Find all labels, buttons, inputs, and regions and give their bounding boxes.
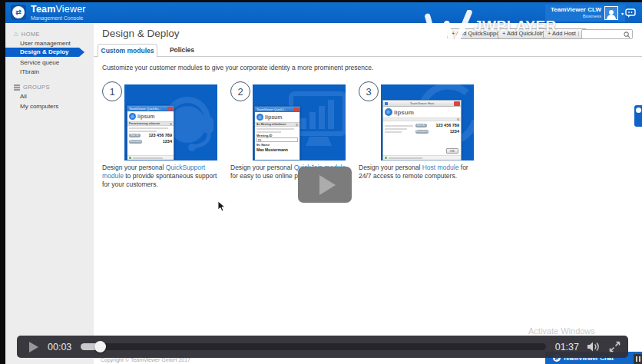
ok-button: OK	[446, 148, 458, 154]
current-time: 00:03	[48, 342, 71, 352]
gear-icon	[296, 124, 298, 126]
avatar[interactable]	[604, 6, 618, 20]
ready-status-icon	[129, 157, 131, 159]
host-caption: Design your personal Host module for 24/…	[359, 164, 478, 180]
tab-custom-modules[interactable]: Custom modules	[98, 44, 157, 57]
lipsum-logo-icon	[256, 114, 263, 121]
lipsum-logo: lipsum	[127, 111, 174, 121]
intro-text: Customize your customer modules to give …	[102, 64, 373, 71]
caption-text: Design your personal	[102, 164, 166, 171]
password-label: Kennwort	[129, 140, 142, 144]
host-module-link[interactable]: Host module	[422, 164, 459, 171]
gear-icon	[457, 118, 459, 121]
ready-status-icon	[385, 157, 387, 159]
player-control-bar: 00:03 01:37	[17, 336, 628, 358]
duration: 01:37	[555, 342, 579, 352]
mini-window-section: An Meeting teilnehmen	[255, 122, 299, 127]
placeholder-text-line	[256, 128, 294, 130]
placeholder-text-line	[129, 127, 168, 129]
search-box	[581, 29, 633, 39]
pause-icon-fragment	[634, 354, 642, 364]
lipsum-logo-icon	[385, 108, 392, 116]
quickjoin-mini-window: TeamViewer QuickJ... lipsum An Meeting t…	[254, 106, 300, 160]
video-letterbox-top	[0, 0, 642, 2]
teamviewer-logo-icon: ⇄	[11, 5, 26, 20]
lipsum-logo-text: lipsum	[137, 114, 155, 119]
id-label: Ihre ID	[129, 134, 141, 137]
home-icon: ⌂	[14, 31, 18, 38]
sidebar-item-my-computers[interactable]: My computers	[20, 102, 58, 111]
sidebar-home-label: HOME	[22, 31, 40, 38]
step-number-3: 3	[359, 81, 379, 101]
sidebar-item-user-management[interactable]: User management	[20, 39, 71, 48]
feedback-bubble-icon[interactable]	[625, 8, 636, 22]
search-input[interactable]	[584, 30, 624, 38]
video-play-overlay-button[interactable]	[298, 167, 352, 203]
fullscreen-button[interactable]	[609, 341, 620, 352]
console-header: ⇄ TeamViewer Management Console TeamView…	[5, 2, 642, 23]
sidebar-item-design-deploy[interactable]: Design & Deploy	[5, 48, 79, 57]
tab-policies[interactable]: Policies	[163, 44, 201, 57]
quicksupport-caption: Design your personal QuickSupport module…	[102, 164, 222, 190]
fullscreen-icon	[609, 341, 620, 352]
person-icon	[606, 8, 617, 19]
lipsum-logo-text: lipsum	[265, 114, 283, 120]
mini-window-section: Fernsteuerung zulassen	[127, 121, 174, 126]
play-button[interactable]	[29, 342, 38, 352]
host-preview-image: TeamViewer Host lipsum Ihre ID 123 456 7…	[381, 84, 474, 160]
sidebar-section-home: ⌂ HOME	[14, 30, 40, 38]
id-value: 123 456 789	[429, 123, 459, 127]
feedback-side-tab[interactable]	[634, 105, 642, 127]
play-icon	[319, 175, 336, 195]
progress-handle[interactable]	[94, 341, 106, 352]
gear-icon	[170, 123, 172, 125]
host-mini-window: TeamViewer Host lipsum Ihre ID 123 456 7…	[382, 100, 462, 160]
status-row	[383, 155, 461, 160]
quickjoin-preview-image: TeamViewer QuickJ... lipsum An Meeting t…	[253, 84, 346, 160]
password-value: 1234	[144, 139, 172, 144]
account-name: TeamViewer CLW	[551, 7, 601, 14]
brand-bold: Team	[31, 4, 56, 15]
caption-text: Design your personal	[230, 164, 294, 171]
name-value: Max Mustermann	[255, 147, 299, 153]
status-row	[127, 155, 174, 160]
placeholder-text-block	[385, 122, 413, 134]
sidebar: ⌂ HOME User management Design & Deploy S…	[5, 23, 94, 364]
video-letterbox-left	[0, 0, 5, 364]
lipsum-logo-text: lipsum	[394, 109, 414, 116]
close-icon	[454, 101, 460, 106]
lipsum-logo: lipsum	[255, 112, 299, 122]
sidebar-groups-label: GROUPS	[23, 84, 50, 91]
search-icon[interactable]	[624, 31, 630, 38]
mouse-cursor	[217, 200, 227, 213]
volume-icon	[587, 341, 601, 352]
groups-icon	[14, 84, 20, 91]
close-icon	[293, 108, 299, 111]
account-text: TeamViewer CLW Business	[551, 7, 601, 18]
password-label: Kennwort	[415, 130, 429, 134]
sidebar-item-itbrain[interactable]: ITbrain	[20, 68, 39, 76]
account-type: Business	[551, 14, 601, 19]
id-value: 123 456 789	[142, 133, 172, 137]
step-number-1: 1	[102, 81, 122, 101]
brand-subtitle: Management Console	[31, 15, 86, 21]
progress-bar[interactable]	[81, 343, 545, 350]
activate-windows-watermark: Activate Windows	[528, 326, 595, 336]
lipsum-logo-icon	[129, 113, 136, 120]
teamviewer-logo-icon	[636, 108, 641, 113]
sidebar-item-all[interactable]: All	[20, 92, 27, 101]
account-menu[interactable]: TeamViewer CLW Business ▾	[545, 5, 625, 22]
add-host-label: + Add Host	[548, 30, 576, 37]
section-label: Fernsteuerung zulassen	[129, 122, 160, 126]
sidebar-item-service-queue[interactable]: Service queue	[20, 58, 59, 67]
volume-button[interactable]	[587, 341, 601, 352]
jwplayer-video-frame: ⇄ TeamViewer Management Console TeamView…	[0, 0, 642, 364]
brand-title: TeamViewer Management Console	[31, 4, 86, 21]
add-quickjoin-button[interactable]: + Add QuickJoin	[498, 28, 548, 39]
step-number-2: 2	[230, 81, 250, 101]
brand-light: Viewer	[56, 4, 86, 15]
quicksupport-mini-window: TeamViewer QuickSu... lipsum Fernsteueru…	[127, 105, 174, 160]
sidebar-section-groups: GROUPS	[14, 83, 50, 91]
window-app-icon	[385, 102, 388, 105]
section-label: An Meeting teilnehmen	[256, 123, 286, 127]
